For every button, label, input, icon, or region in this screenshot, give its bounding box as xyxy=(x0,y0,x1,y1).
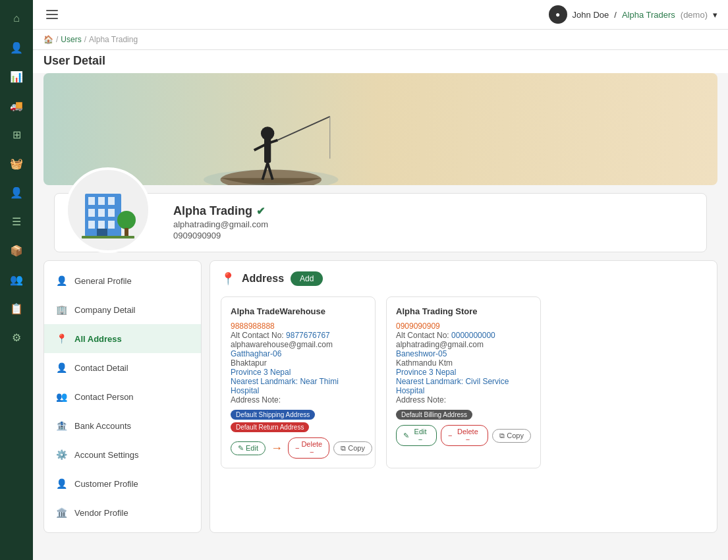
svg-rect-18 xyxy=(88,221,95,229)
card2-phone: 0909090909 xyxy=(396,322,531,331)
address-section-icon: 📍 xyxy=(221,271,235,286)
menu-item-company-detail[interactable]: 🏢 Company Detail xyxy=(44,295,201,324)
card2-copy-button[interactable]: ⧉ Copy xyxy=(492,429,531,443)
page-title: User Detail xyxy=(33,50,728,73)
edit-icon: ✎ xyxy=(238,444,244,453)
bank-accounts-icon: 🏦 xyxy=(55,419,68,432)
main-wrapper: ● John Doe / Alpha Traders (demo) ▾ 🏠 / … xyxy=(33,0,728,560)
topbar-separator: / xyxy=(614,10,617,20)
breadcrumb-home-icon[interactable]: 🏠 xyxy=(43,35,53,44)
menu-item-account-settings[interactable]: ⚙️ Account Settings xyxy=(44,440,201,469)
card1-badges: Default Shipping Address Default Return … xyxy=(231,410,366,432)
menu-item-general-profile[interactable]: 👤 General Profile xyxy=(44,266,201,295)
profile-banner xyxy=(43,73,717,185)
menu-label-all-address: All Address xyxy=(74,334,122,344)
card1-edit-button[interactable]: ✎ Edit xyxy=(231,441,266,455)
profile-email: alphatrading@gmail.com xyxy=(173,219,696,229)
menu-item-contact-person[interactable]: 👥 Contact Person xyxy=(44,382,201,411)
card2-area: Baneshwor-05 xyxy=(396,349,531,358)
topbar: ● John Doe / Alpha Traders (demo) ▾ xyxy=(33,0,728,30)
card1-delete-button[interactable]: − Delete − xyxy=(288,437,329,459)
profile-name-text: Alpha Trading xyxy=(173,204,252,218)
menu-label-vendor-profile: Vendor Profile xyxy=(74,508,128,518)
profile-details: Alpha Trading ✔ alphatrading@gmail.com 0… xyxy=(173,204,696,240)
edit-icon-2: ✎ xyxy=(403,432,409,440)
topbar-left xyxy=(43,7,61,22)
card1-city: Bhaktapur xyxy=(231,358,366,368)
card2-name: Alpha Trading Store xyxy=(396,306,531,316)
svg-rect-12 xyxy=(88,197,95,205)
badge-shipping: Default Shipping Address xyxy=(231,410,315,420)
menu-item-bank-accounts[interactable]: 🏦 Bank Accounts xyxy=(44,411,201,440)
main-panel: 📍 Address Add Alpha TradeWarehouse 98889… xyxy=(210,260,717,533)
card1-alt-contact: Alt Contact No: 9877676767 xyxy=(231,331,366,340)
page-content: 🏠 / Users / Alpha Trading User Detail xyxy=(33,30,728,560)
sidebar-icon-home[interactable]: ⌂ xyxy=(5,7,28,30)
topbar-demo: (demo) xyxy=(681,10,708,20)
sidebar-icon-truck[interactable]: 🚚 xyxy=(5,94,28,117)
card1-province: Province 3 Nepal xyxy=(231,368,366,377)
sidebar-icon-group[interactable]: 👥 xyxy=(5,267,28,291)
svg-rect-20 xyxy=(108,221,115,229)
svg-rect-14 xyxy=(108,197,115,205)
topbar-chevron[interactable]: ▾ xyxy=(713,10,717,20)
menu-label-contact-person: Contact Person xyxy=(74,392,134,402)
sidebar-icon-basket[interactable]: 🧺 xyxy=(5,152,28,175)
badge-return: Default Return Address xyxy=(231,422,309,432)
menu-label-customer-profile: Customer Profile xyxy=(74,479,138,489)
copy-icon-2: ⧉ xyxy=(499,432,505,440)
menu-label-general-profile: General Profile xyxy=(74,276,132,286)
menu-label-account-settings: Account Settings xyxy=(74,450,139,460)
lower-section: 👤 General Profile 🏢 Company Detail 📍 All… xyxy=(43,260,717,533)
svg-rect-19 xyxy=(98,221,105,229)
sidebar-icon-grid[interactable]: ⊞ xyxy=(5,123,28,146)
badge-billing: Default Billing Address xyxy=(396,410,472,420)
account-settings-icon: ⚙️ xyxy=(55,448,68,461)
card2-landmark: Nearest Landmark: Civil Service Hospital xyxy=(396,377,531,395)
card2-badges: Default Billing Address xyxy=(396,410,531,420)
sidebar-icon-users[interactable]: 👤 xyxy=(5,36,28,59)
verified-badge: ✔ xyxy=(256,205,265,217)
profile-info: Alpha Trading ✔ alphatrading@gmail.com 0… xyxy=(54,193,707,252)
sidebar-icon-settings[interactable]: ⚙ xyxy=(5,325,28,349)
add-address-button[interactable]: Add xyxy=(291,271,323,286)
svg-rect-21 xyxy=(97,229,107,237)
delete-icon: − xyxy=(295,444,299,452)
arrow-indicator: → xyxy=(271,441,283,455)
banner-image xyxy=(43,73,717,185)
card2-delete-button[interactable]: − Delete − xyxy=(441,425,488,446)
breadcrumb: 🏠 / Users / Alpha Trading xyxy=(33,30,728,50)
menu-item-contact-detail[interactable]: 👤 Contact Detail xyxy=(44,353,201,382)
card2-email: alphatrading@gmail.com xyxy=(396,340,531,349)
menu-item-customer-profile[interactable]: 👤 Customer Profile xyxy=(44,469,201,498)
svg-point-22 xyxy=(117,211,136,229)
svg-rect-24 xyxy=(82,236,134,238)
sidebar-icon-chart[interactable]: 📊 xyxy=(5,65,28,88)
card2-city: Kathmandu Ktm xyxy=(396,358,531,368)
menu-label-contact-detail: Contact Detail xyxy=(74,363,128,373)
card2-edit-button[interactable]: ✎ Edit − xyxy=(396,425,437,446)
profile-info-wrapper: Alpha Trading ✔ alphatrading@gmail.com 0… xyxy=(43,193,717,252)
svg-rect-23 xyxy=(125,228,128,236)
card2-alt-no: 0000000000 xyxy=(451,331,495,340)
sidebar-icon-box[interactable]: 📦 xyxy=(5,238,28,262)
card1-copy-button[interactable]: ⧉ Copy xyxy=(333,441,372,455)
company-detail-icon: 🏢 xyxy=(55,303,68,316)
breadcrumb-users[interactable]: Users xyxy=(61,35,81,44)
menu-item-vendor-profile[interactable]: 🏛️ Vendor Profile xyxy=(44,498,201,527)
svg-point-3 xyxy=(261,126,274,140)
topbar-user-name: John Doe xyxy=(573,10,609,20)
card1-email: alphawarehouse@gmail.com xyxy=(231,340,366,349)
all-address-icon: 📍 xyxy=(55,332,68,345)
address-card-2: Alpha Trading Store 0909090909 Alt Conta… xyxy=(386,296,541,468)
breadcrumb-sep2: / xyxy=(84,35,86,44)
sidebar-icon-reports[interactable]: 📋 xyxy=(5,296,28,320)
menu-item-all-address[interactable]: 📍 All Address xyxy=(44,324,201,353)
sidebar-icon-person-check[interactable]: 👤 xyxy=(5,181,28,204)
contact-detail-icon: 👤 xyxy=(55,361,68,374)
hamburger-menu[interactable] xyxy=(43,7,61,22)
card1-phone: 9888988888 xyxy=(231,322,366,331)
vendor-profile-icon: 🏛️ xyxy=(55,506,68,519)
sidebar-icon-list[interactable]: ☰ xyxy=(5,210,28,233)
profile-phone: 0909090909 xyxy=(173,231,696,240)
